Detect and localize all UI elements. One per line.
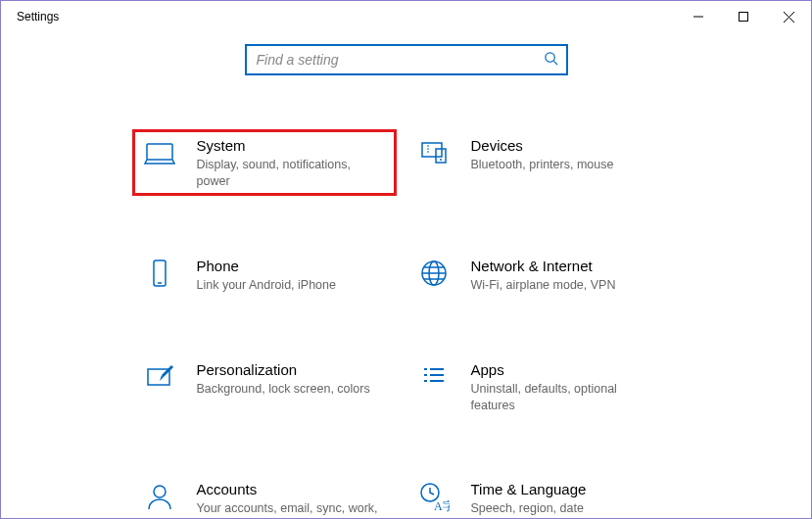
tile-desc: Uninstall, defaults, optional features [471,381,661,414]
svg-text:A字: A字 [434,499,450,512]
minimize-button[interactable] [676,1,721,32]
svg-point-5 [440,159,442,161]
tile-desc: Your accounts, email, sync, work, other … [197,500,387,519]
svg-point-10 [154,486,166,497]
maximize-icon [739,12,748,22]
tile-label: Personalization [197,361,387,379]
tile-desc: Background, lock screen, colors [197,381,387,398]
tile-label: Accounts [197,481,387,498]
svg-rect-0 [740,13,748,22]
svg-point-1 [545,52,553,61]
tile-network[interactable]: Network & Internet Wi-Fi, airplane mode,… [406,250,671,300]
tile-desc: Display, sound, notifications, power [197,157,387,190]
tile-devices[interactable]: Devices Bluetooth, printers, mouse [406,129,671,196]
tile-desc: Wi-Fi, airplane mode, VPN [471,277,661,294]
svg-rect-3 [422,143,442,157]
tile-time-language[interactable]: A字 Time & Language Speech, region, date [406,473,671,519]
tile-personalization[interactable]: Personalization Background, lock screen,… [132,354,397,420]
tile-desc: Bluetooth, printers, mouse [471,157,661,173]
tile-phone[interactable]: Phone Link your Android, iPhone [132,250,397,300]
system-icon [142,135,177,170]
network-icon [416,256,452,291]
tile-accounts[interactable]: Accounts Your accounts, email, sync, wor… [132,473,397,519]
settings-grid: System Display, sound, notifications, po… [1,129,811,519]
tile-label: Phone [197,258,387,275]
close-button[interactable] [766,1,811,32]
svg-rect-6 [154,260,166,286]
accounts-icon [142,479,177,514]
phone-icon [142,256,177,291]
window-title: Settings [17,10,59,24]
titlebar: Settings [1,1,811,32]
tile-label: Devices [471,137,661,155]
minimize-icon [693,12,703,22]
search-input[interactable] [255,51,544,69]
tile-label: Apps [471,361,661,379]
tile-label: Network & Internet [471,258,661,275]
window-controls [676,1,811,32]
tile-desc: Link your Android, iPhone [197,277,387,294]
tile-desc: Speech, region, date [471,500,661,517]
maximize-button[interactable] [721,1,766,32]
tile-label: System [197,137,387,155]
devices-icon [416,135,452,170]
apps-icon [416,359,452,395]
search-box[interactable] [245,44,568,75]
tile-apps[interactable]: Apps Uninstall, defaults, optional featu… [406,354,671,420]
search-icon [544,51,558,70]
svg-rect-2 [147,144,172,160]
personalization-icon [142,359,177,395]
close-icon [784,12,794,23]
tile-system[interactable]: System Display, sound, notifications, po… [132,129,397,196]
time-language-icon: A字 [416,479,452,514]
tile-label: Time & Language [471,481,661,498]
